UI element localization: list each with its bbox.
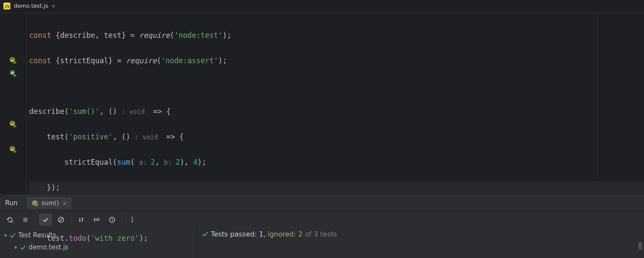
svg-marker-7 bbox=[14, 150, 17, 153]
run-test-gutter-icon[interactable] bbox=[9, 57, 17, 64]
svg-rect-11 bbox=[23, 218, 27, 222]
rerun-button[interactable] bbox=[3, 214, 16, 226]
tests-ignored-label: ignored: bbox=[268, 230, 298, 238]
tests-ignored-count: 2 bbox=[298, 230, 303, 238]
scrollbar-thumb[interactable] bbox=[638, 242, 642, 250]
run-test-gutter-icon[interactable] bbox=[9, 146, 17, 154]
chevron-down-icon[interactable]: ▾ bbox=[15, 245, 17, 250]
code-area[interactable]: const {describe, test} = require('node:t… bbox=[27, 13, 644, 194]
test-passed-icon bbox=[20, 244, 26, 251]
test-passed-icon bbox=[202, 230, 209, 237]
chevron-down-icon[interactable]: ▾ bbox=[4, 233, 7, 238]
tests-total-label: of 3 tests bbox=[303, 230, 337, 238]
javascript-file-icon: JS bbox=[3, 3, 10, 9]
run-test-passed-gutter-icon[interactable] bbox=[9, 70, 17, 77]
editor-tab-bar: JS demo.test.js × bbox=[0, 0, 644, 13]
svg-marker-1 bbox=[14, 61, 17, 64]
svg-marker-3 bbox=[14, 74, 17, 77]
editor-gutter bbox=[0, 13, 27, 194]
editor-tab[interactable]: JS demo.test.js × bbox=[0, 0, 60, 12]
tests-passed-count: 1 bbox=[259, 230, 263, 238]
test-passed-icon bbox=[9, 232, 16, 239]
scrollbar[interactable] bbox=[638, 242, 643, 257]
run-title: Run bbox=[5, 199, 18, 207]
test-summary-pane: Tests passed: 1, ignored: 2 of 3 tests bbox=[197, 227, 644, 258]
right-margin-guide bbox=[597, 13, 598, 194]
tab-filename: demo.test.js bbox=[14, 3, 48, 9]
code-editor[interactable]: const {describe, test} = require('node:t… bbox=[0, 13, 644, 194]
run-test-gutter-icon[interactable] bbox=[9, 120, 17, 128]
svg-marker-10 bbox=[11, 221, 13, 223]
svg-marker-5 bbox=[14, 125, 17, 128]
close-icon[interactable]: × bbox=[52, 3, 55, 9]
tests-passed-label: Tests passed: bbox=[211, 230, 259, 238]
